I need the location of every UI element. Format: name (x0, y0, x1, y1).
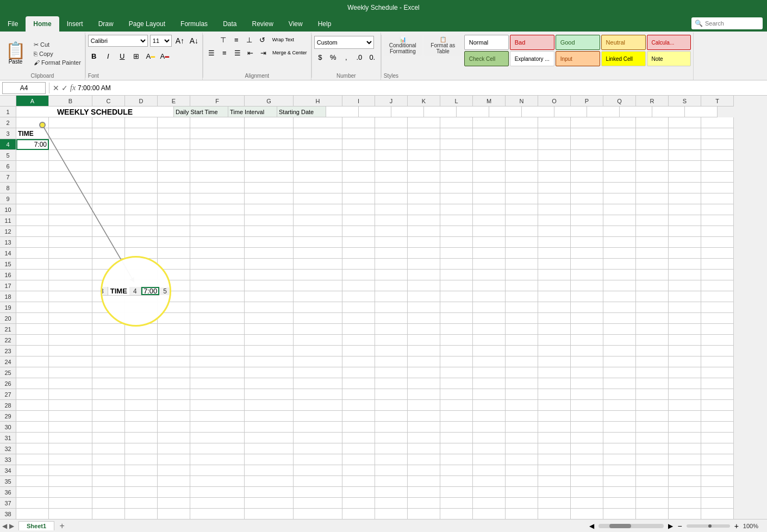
grow-font-button[interactable]: A↑ (174, 35, 186, 47)
cell-S25[interactable] (669, 367, 701, 378)
cell-L7[interactable] (440, 172, 473, 183)
cell-D4[interactable] (125, 139, 158, 150)
cell-D33[interactable] (125, 454, 158, 465)
cell-Q18[interactable] (603, 291, 636, 302)
cell-R26[interactable] (636, 378, 669, 389)
cell-T4[interactable] (701, 139, 734, 150)
cell-C14[interactable] (92, 248, 125, 259)
rownum-30[interactable]: 30 (0, 422, 16, 433)
cell-T25[interactable] (701, 367, 734, 378)
cell-M38[interactable] (473, 509, 506, 519)
cell-K23[interactable] (408, 346, 440, 356)
font-size-select[interactable]: 11 (150, 35, 172, 47)
cell-C38[interactable] (92, 509, 125, 519)
cell-D27[interactable] (125, 389, 158, 400)
cell-O38[interactable] (538, 509, 571, 519)
cell-L25[interactable] (440, 367, 473, 378)
cell-M35[interactable] (473, 476, 506, 487)
cell-K30[interactable] (408, 422, 440, 433)
cell-G4[interactable] (245, 139, 294, 150)
cell-H25[interactable] (294, 367, 342, 378)
cell-L6[interactable] (440, 161, 473, 172)
cell-E8[interactable] (158, 183, 190, 193)
cell-G36[interactable] (245, 487, 294, 498)
rownum-6[interactable]: 6 (0, 161, 16, 172)
fx-icon[interactable]: fx (70, 84, 76, 92)
cell-Q20[interactable] (603, 313, 636, 324)
cell-S9[interactable] (669, 193, 701, 204)
underline-button[interactable]: U (116, 50, 128, 62)
cell-M5[interactable] (473, 150, 506, 161)
cell-K21[interactable] (408, 324, 440, 335)
cell-L29[interactable] (440, 411, 473, 422)
cell-N27[interactable] (506, 389, 538, 400)
cell-S36[interactable] (669, 487, 701, 498)
cell-P20[interactable] (571, 313, 603, 324)
cell-P23[interactable] (571, 346, 603, 356)
input-style[interactable]: Input (556, 51, 600, 66)
cell-A8[interactable] (16, 183, 49, 193)
shrink-font-button[interactable]: A↓ (188, 35, 200, 47)
cell-K33[interactable] (408, 454, 440, 465)
cell-R7[interactable] (636, 172, 669, 183)
cell-I20[interactable] (342, 313, 375, 324)
cell-N6[interactable] (506, 161, 538, 172)
cell-I23[interactable] (342, 346, 375, 356)
search-input[interactable] (705, 20, 759, 27)
cell-F17[interactable] (190, 280, 245, 291)
check-cell-style[interactable]: Check Cell (464, 51, 509, 66)
cell-I12[interactable] (342, 226, 375, 237)
linked-cell-style[interactable]: Linked Cell (601, 51, 646, 66)
cell-J25[interactable] (375, 367, 408, 378)
cell-P26[interactable] (571, 378, 603, 389)
cell-H21[interactable] (294, 324, 342, 335)
cell-Q25[interactable] (603, 367, 636, 378)
cell-G38[interactable] (245, 509, 294, 519)
cell-I8[interactable] (342, 183, 375, 193)
rownum-32[interactable]: 32 (0, 443, 16, 454)
cell-M3[interactable] (473, 128, 506, 139)
cell-A9[interactable] (16, 193, 49, 204)
cell-N33[interactable] (506, 454, 538, 465)
cell-I13[interactable] (342, 237, 375, 248)
cell-T6[interactable] (701, 161, 734, 172)
cell-A17[interactable] (16, 280, 49, 291)
rownum-27[interactable]: 27 (0, 389, 16, 400)
cell-S20[interactable] (669, 313, 701, 324)
cell-M23[interactable] (473, 346, 506, 356)
cell-R32[interactable] (636, 443, 669, 454)
cell-P16[interactable] (571, 270, 603, 280)
cell-G26[interactable] (245, 378, 294, 389)
scroll-left-button[interactable]: ◀ (589, 522, 594, 530)
cell-Q29[interactable] (603, 411, 636, 422)
cell-G35[interactable] (245, 476, 294, 487)
cell-O7[interactable] (538, 172, 571, 183)
cell-J8[interactable] (375, 183, 408, 193)
name-box[interactable] (2, 82, 46, 94)
cell-M34[interactable] (473, 465, 506, 476)
cell-K34[interactable] (408, 465, 440, 476)
cell-R29[interactable] (636, 411, 669, 422)
cell-A6[interactable] (16, 161, 49, 172)
cell-Q30[interactable] (603, 422, 636, 433)
cell-M36[interactable] (473, 487, 506, 498)
cell-L11[interactable] (440, 215, 473, 226)
cell-M18[interactable] (473, 291, 506, 302)
cell-R38[interactable] (636, 509, 669, 519)
rownum-13[interactable]: 13 (0, 237, 16, 248)
cell-N25[interactable] (506, 367, 538, 378)
cell-Q23[interactable] (603, 346, 636, 356)
cell-L16[interactable] (440, 270, 473, 280)
cell-F37[interactable] (190, 498, 245, 509)
cell-B33[interactable] (49, 454, 92, 465)
cell-G32[interactable] (245, 443, 294, 454)
cell-S2[interactable] (669, 117, 701, 128)
cell-I19[interactable] (342, 302, 375, 313)
cell-J24[interactable] (375, 356, 408, 367)
cell-H6[interactable] (294, 161, 342, 172)
cell-O32[interactable] (538, 443, 571, 454)
cell-R2[interactable] (636, 117, 669, 128)
cell-E38[interactable] (158, 509, 190, 519)
cell-K12[interactable] (408, 226, 440, 237)
cell-N16[interactable] (506, 270, 538, 280)
